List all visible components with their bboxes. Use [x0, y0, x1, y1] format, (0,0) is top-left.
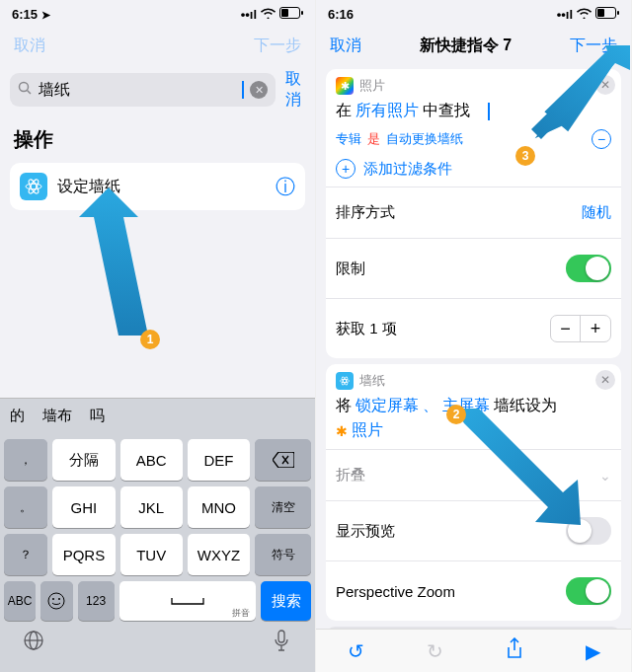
token-lock-screen[interactable]: 锁定屏幕 [356, 396, 419, 416]
key-def[interactable]: DEF [188, 439, 250, 481]
result-label: 设定墙纸 [57, 177, 120, 197]
count-stepper[interactable]: −+ [550, 315, 611, 342]
key-question[interactable]: ？ [4, 534, 47, 575]
token-all-photos[interactable]: 所有照片 [356, 101, 419, 121]
key-clear[interactable]: 清空 [255, 486, 311, 528]
svg-line-4 [28, 90, 32, 94]
globe-icon[interactable] [22, 629, 45, 656]
annotation-badge-3: 3 [515, 146, 535, 166]
card-close-icon[interactable]: ✕ [595, 370, 615, 390]
result-set-wallpaper[interactable]: 设定墙纸 ⓘ [10, 163, 305, 210]
nav-cancel[interactable]: 取消 [14, 36, 45, 56]
signal-icon: ••ıl [241, 7, 257, 22]
status-time: 6:16 [328, 7, 354, 22]
key-backspace[interactable] [255, 439, 311, 481]
svg-point-10 [52, 598, 54, 600]
get-count-row: 获取 1 项 −+ [336, 307, 611, 350]
chevron-down-icon: ⌄ [599, 468, 611, 484]
share-icon[interactable] [506, 637, 523, 664]
battery-icon [595, 7, 619, 22]
status-time: 6:15 ➤ [12, 7, 50, 22]
wallpaper-app-icon [336, 372, 354, 390]
remove-filter-icon[interactable]: − [592, 129, 611, 149]
key-tuv[interactable]: TUV [120, 534, 183, 575]
svg-point-9 [48, 593, 64, 609]
svg-rect-17 [597, 9, 604, 17]
key-comma[interactable]: ， [4, 439, 47, 481]
key-symbols[interactable]: 符号 [255, 534, 311, 575]
annotation-arrow-1 [79, 187, 158, 345]
key-period[interactable]: 。 [4, 486, 47, 528]
preview-toggle[interactable] [566, 517, 611, 545]
suggestion-1[interactable]: 的 [10, 407, 25, 425]
svg-point-11 [58, 598, 60, 600]
key-jkl[interactable]: JKL [120, 486, 183, 528]
svg-rect-15 [278, 631, 284, 642]
search-field[interactable]: ✕ [10, 73, 276, 107]
wifi-icon [261, 7, 276, 22]
stepper-minus[interactable]: − [551, 316, 581, 341]
suggestion-2[interactable]: 墙布 [42, 407, 72, 425]
nav-bar: 取消 下一步 [0, 28, 315, 63]
limit-toggle[interactable] [566, 255, 611, 282]
action-card-wallpaper: ✕ 墙纸 将 锁定屏幕、 主屏幕 墙纸设为 ✱ 照片 折叠 ⌄ 显示预览 [326, 364, 621, 621]
key-pqrs[interactable]: PQRS [52, 534, 115, 575]
search-cancel[interactable]: 取消 [285, 69, 305, 111]
status-bar: 6:15 ➤ ••ıl [0, 0, 315, 28]
search-input[interactable] [39, 81, 236, 99]
svg-rect-1 [281, 9, 288, 17]
text-caret [488, 103, 490, 120]
redo-icon: ↻ [427, 639, 443, 663]
phone-right: 6:16 ••ıl 取消 新快捷指令 7 下一步 ✕ ✱ 照片 在 所有照片 中… [316, 0, 632, 672]
key-wxyz[interactable]: WXYZ [188, 534, 250, 575]
stepper-plus[interactable]: + [581, 316, 610, 341]
key-mno[interactable]: MNO [188, 486, 250, 528]
key-sep[interactable]: 分隔 [52, 439, 115, 481]
limit-row: 限制 [336, 247, 611, 290]
card-close-icon[interactable]: ✕ [595, 75, 615, 95]
keyboard: ， 分隔 ABC DEF 。 GHI JKL MNO 清空 ？ PQRS TUV… [0, 433, 315, 672]
svg-rect-2 [301, 11, 303, 15]
annotation-badge-2: 2 [446, 405, 466, 424]
signal-icon: ••ıl [557, 7, 573, 22]
plus-icon: + [336, 159, 356, 179]
nav-next[interactable]: 下一步 [254, 36, 301, 56]
text-caret [242, 81, 244, 99]
add-filter-row[interactable]: + 添加过滤条件 [336, 159, 611, 179]
key-mode-abc[interactable]: ABC [4, 581, 36, 621]
fold-row[interactable]: 折叠 ⌄ [336, 458, 611, 492]
play-icon[interactable]: ▶ [586, 639, 600, 663]
undo-icon[interactable]: ↺ [348, 639, 364, 663]
key-ghi[interactable]: GHI [52, 486, 115, 528]
nav-cancel[interactable]: 取消 [330, 36, 361, 56]
space-icon [170, 596, 205, 606]
nav-bar: 取消 新快捷指令 7 下一步 [316, 28, 631, 63]
perspective-zoom-toggle[interactable] [566, 577, 611, 605]
perspective-zoom-row: Perspective Zoom [336, 569, 611, 613]
nav-next[interactable]: 下一步 [570, 36, 617, 56]
key-123[interactable]: 123 [78, 581, 115, 621]
key-search[interactable]: 搜索 [261, 581, 311, 621]
card-app-name: 墙纸 [359, 372, 385, 390]
sort-row[interactable]: 排序方式 随机 [336, 195, 611, 230]
key-space[interactable]: 拼音 [119, 581, 257, 621]
bottom-toolbar: ↺ ↻ ▶ [316, 629, 631, 672]
mic-icon[interactable] [274, 630, 289, 655]
status-bar: 6:16 ••ıl [316, 0, 631, 28]
status-right: ••ıl [557, 7, 619, 22]
annotation-badge-1: 1 [140, 330, 160, 349]
svg-point-20 [340, 379, 349, 382]
suggestion-3[interactable]: 吗 [90, 407, 105, 425]
card2-sentence: 将 锁定屏幕、 主屏幕 墙纸设为 [336, 396, 611, 416]
card2-photos-token[interactable]: ✱ 照片 [336, 420, 611, 441]
key-emoji[interactable] [40, 581, 72, 621]
clear-icon[interactable]: ✕ [250, 81, 268, 99]
svg-rect-18 [617, 11, 619, 15]
filter-row: 专辑 是 自动更换墙纸 − [336, 129, 611, 149]
info-icon[interactable]: ⓘ [276, 174, 295, 200]
nav-title: 新快捷指令 7 [420, 36, 512, 56]
svg-point-6 [26, 184, 41, 189]
photos-app-icon: ✱ [336, 77, 354, 95]
key-abc[interactable]: ABC [120, 439, 183, 481]
svg-point-3 [20, 82, 29, 91]
